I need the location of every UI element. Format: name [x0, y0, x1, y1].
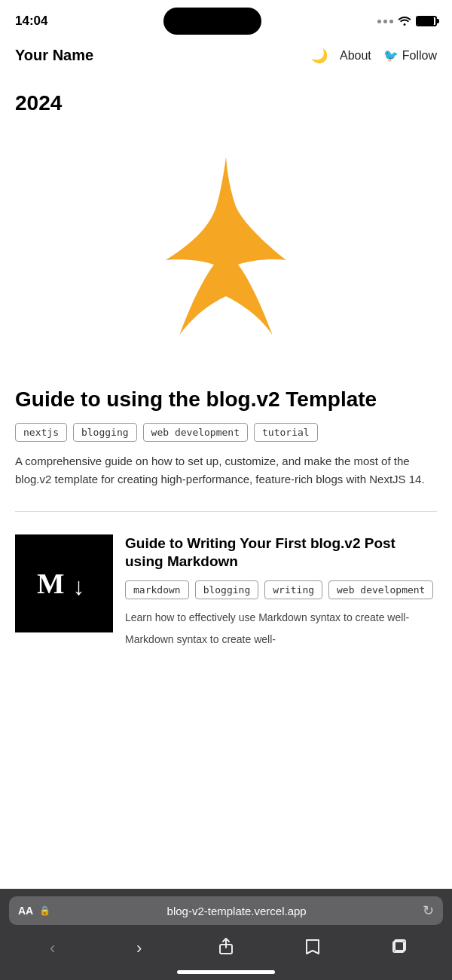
notch [163, 8, 261, 35]
tag-tutorial[interactable]: tutorial [254, 423, 318, 442]
star-image [15, 130, 437, 379]
forward-button[interactable]: › [126, 939, 153, 958]
tag-blogging[interactable]: blogging [73, 423, 137, 442]
second-post-thumbnail[interactable]: M ↓ [15, 534, 113, 632]
dark-mode-toggle[interactable]: 🌙 [311, 47, 328, 64]
featured-post-tags: nextjs blogging web development tutorial [15, 423, 437, 442]
tabs-button[interactable] [386, 937, 413, 960]
second-post: M ↓ Guide to Writing Your First blog.v2 … [15, 519, 437, 648]
wifi-icon [398, 15, 411, 28]
featured-post-title[interactable]: Guide to using the blog.v2 Template [15, 387, 437, 412]
tag-writing[interactable]: writing [264, 580, 322, 599]
second-post-description-cont: Markdown syntax to create well- [125, 632, 437, 648]
svg-text:↓: ↓ [72, 573, 84, 600]
tag-web-development[interactable]: web development [143, 423, 248, 442]
tag-markdown[interactable]: markdown [125, 580, 189, 599]
reload-button[interactable]: ↻ [423, 902, 434, 919]
year-label: 2024 [15, 91, 437, 115]
main-content: 2024 // Replace star with better version… [0, 76, 452, 648]
tag-nextjs[interactable]: nextjs [15, 423, 67, 442]
nav-links: 🌙 About 🐦 Follow [311, 47, 437, 64]
url-bar[interactable]: AA 🔒 blog-v2-template.vercel.app ↻ [9, 896, 443, 925]
back-button[interactable]: ‹ [39, 939, 66, 958]
share-button[interactable] [212, 937, 240, 960]
second-post-tags: markdown blogging writing web developmen… [125, 580, 437, 599]
signal-icon [377, 20, 393, 23]
twitter-icon: 🐦 [383, 48, 399, 63]
status-icons [377, 15, 437, 28]
featured-post: Guide to using the blog.v2 Template next… [15, 379, 437, 504]
tag-web-dev2[interactable]: web development [328, 580, 433, 599]
featured-post-description: A comprehensive guide on how to set up, … [15, 452, 437, 488]
follow-label: Follow [402, 49, 437, 63]
url-text[interactable]: blog-v2-template.vercel.app [56, 905, 417, 917]
status-time: 14:04 [15, 14, 47, 29]
lock-icon: 🔒 [39, 905, 50, 916]
site-logo[interactable]: Your Name [15, 47, 93, 64]
home-indicator [177, 970, 275, 974]
second-post-title[interactable]: Guide to Writing Your First blog.v2 Post… [125, 534, 437, 571]
nav-bar: Your Name 🌙 About 🐦 Follow [0, 39, 452, 76]
browser-bar: AA 🔒 blog-v2-template.vercel.app ↻ ‹ › [0, 889, 452, 980]
second-post-description: Learn how to effectively use Markdown sy… [125, 610, 437, 626]
about-link[interactable]: About [340, 49, 371, 63]
tag-blogging2[interactable]: blogging [195, 580, 259, 599]
star-graphic [121, 145, 331, 364]
browser-navigation: ‹ › [9, 933, 443, 967]
twitter-follow-link[interactable]: 🐦 Follow [383, 48, 437, 63]
svg-text:M: M [37, 568, 65, 599]
battery-icon [416, 16, 437, 26]
status-bar: 14:04 [0, 0, 452, 39]
bookmarks-button[interactable] [299, 937, 326, 960]
second-post-content: Guide to Writing Your First blog.v2 Post… [125, 534, 437, 648]
section-divider [15, 511, 437, 512]
aa-button[interactable]: AA [18, 905, 33, 917]
